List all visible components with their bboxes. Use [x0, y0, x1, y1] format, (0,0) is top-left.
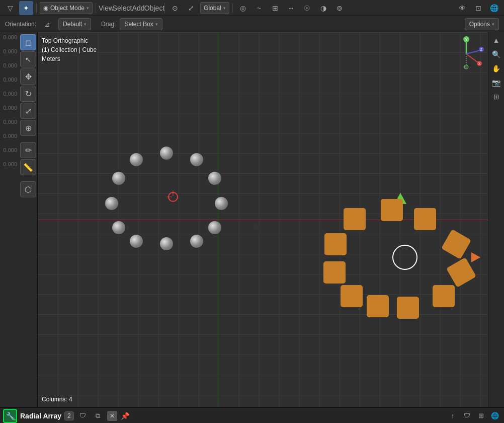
right-sidebar: ▲ 🔍 ✋ 📷 ⊞ — [488, 32, 504, 407]
overlay-icon[interactable]: ⊚ — [332, 1, 347, 15]
gizmo-icon[interactable]: 👁 — [455, 1, 469, 15]
view-menu[interactable]: View — [99, 1, 113, 15]
sphere-8 — [130, 235, 143, 248]
columns-indicator: Columns: 4 — [42, 396, 72, 403]
add-menu[interactable]: Add — [131, 1, 145, 15]
select-mode-icon[interactable]: ✦ — [19, 1, 33, 15]
snap2-icon[interactable]: ⊞ — [268, 1, 282, 15]
cursor-tool-btn[interactable]: ↖ — [20, 51, 36, 67]
proportional2-icon[interactable]: ~ — [252, 1, 266, 15]
separator-4 — [232, 3, 233, 13]
3d-viewport[interactable]: Top Orthographic (1) Collection | Cube M… — [38, 32, 488, 407]
right-icons: 👁 ⊡ 🌐 — [455, 1, 501, 15]
tile-1 — [381, 199, 403, 221]
svg-text:Z: Z — [480, 48, 483, 51]
viewport-gizmo[interactable]: Y X Z — [449, 36, 484, 72]
viewport-icon[interactable]: ⊡ — [471, 1, 485, 15]
global-label: Global — [204, 5, 221, 12]
magnify-btn[interactable]: 🔍 — [490, 48, 502, 60]
shield-icon[interactable]: 🛡 — [77, 410, 89, 422]
select-tool-btn[interactable]: ◻ — [20, 34, 36, 50]
svg-line-3 — [466, 54, 478, 62]
camera-btn[interactable]: 📷 — [490, 77, 502, 89]
orange-ring-center — [392, 245, 417, 270]
global-arrow: ▾ — [223, 6, 226, 11]
add-cube-btn[interactable]: ⬡ — [20, 181, 36, 197]
sphere-2 — [190, 153, 203, 166]
global-dropdown[interactable]: Global ▾ — [200, 2, 229, 14]
render-icon[interactable]: 🌐 — [487, 1, 501, 15]
globe2-icon[interactable]: 🌐 — [489, 410, 501, 422]
modifier-name: Radial Array — [20, 412, 61, 420]
sphere-9 — [112, 221, 125, 234]
copy-icon[interactable]: ⧉ — [92, 410, 104, 422]
snap-icon[interactable]: ⊙ — [168, 1, 182, 15]
proportional-icon[interactable]: ◎ — [236, 1, 250, 15]
toolbar-right-icons: ↑ 🛡 ⊞ 🌐 — [447, 410, 501, 422]
select-box-label: Select Box — [124, 21, 153, 28]
annotate-tool-btn[interactable]: ✏ — [20, 142, 36, 158]
top-toolbar: ▽ ✦ ◉ Object Mode ▾ View Select Add Obje… — [0, 0, 504, 16]
options-label: Options — [469, 21, 490, 28]
filter-icon[interactable]: ▽ — [3, 1, 17, 15]
tile-11 — [344, 208, 366, 230]
object-mode-dropdown[interactable]: ◉ Object Mode ▾ — [40, 2, 93, 14]
sphere-7 — [160, 237, 173, 250]
modifier-icon-btn[interactable]: 🔧 ▾ — [3, 409, 17, 423]
mode-label: Object Mode — [50, 5, 85, 12]
default-arrow: ▾ — [84, 22, 87, 27]
transform-icon[interactable]: ⤢ — [184, 1, 198, 15]
orientation-icon: ⊿ — [40, 17, 54, 31]
sphere-12 — [130, 153, 143, 166]
options-button[interactable]: Options ▾ — [465, 18, 499, 30]
mirror-icon[interactable]: ↔ — [284, 1, 298, 15]
transform-tool-btn[interactable]: ⊕ — [20, 120, 36, 136]
number-column: 0.000 0.000 0.000 0.000 0.000 0.000 0.00… — [0, 32, 19, 167]
second-toolbar: Orientation: ⊿ Default ▾ Drag: Select Bo… — [0, 16, 504, 32]
orange-ring-container — [345, 197, 465, 318]
pin-btn[interactable]: 📌 — [120, 411, 130, 421]
viewport-info: Top Orthographic (1) Collection | Cube M… — [42, 36, 97, 63]
select-box-dropdown[interactable]: Select Box ▾ — [120, 18, 162, 30]
collection-label: (1) Collection | Cube — [42, 45, 97, 54]
separator-2 — [96, 3, 96, 13]
svg-text:X: X — [478, 62, 481, 65]
modifier-dropdown-arrow: ▾ — [14, 418, 16, 422]
select-menu[interactable]: Select — [115, 1, 129, 15]
viewport-canvas[interactable]: Top Orthographic (1) Collection | Cube M… — [38, 32, 488, 407]
object-menu[interactable]: Object — [147, 1, 161, 15]
up-arrow-icon[interactable]: ↑ — [447, 410, 459, 422]
layout-icon[interactable]: ⊞ — [475, 410, 487, 422]
selectbox-arrow: ▾ — [155, 22, 158, 27]
sphere-4 — [215, 197, 228, 210]
shading-icon[interactable]: ◑ — [316, 1, 330, 15]
cursor-arrow: ◣ — [254, 219, 263, 232]
modifier-icon-symbol: 🔧 — [6, 412, 15, 420]
rotate-tool-btn[interactable]: ↻ — [20, 86, 36, 102]
grid-btn[interactable]: ⊞ — [490, 91, 502, 103]
drag-label: Drag: — [101, 21, 116, 28]
move-tool-btn[interactable]: ✥ — [20, 68, 36, 85]
close-modifier-btn[interactable]: ✕ — [107, 411, 117, 421]
mode-arrow: ▾ — [87, 6, 89, 11]
default-dropdown[interactable]: Default ▾ — [58, 18, 91, 30]
node-toolbar: 🔧 ▾ Radial Array 2 🛡 ⧉ ✕ 📌 ↑ 🛡 ⊞ 🌐 — [0, 408, 504, 423]
mode-title: Top Orthographic — [42, 36, 97, 45]
main-area: 0.000 0.000 0.000 0.000 0.000 0.000 0.00… — [0, 32, 504, 407]
scale-tool-btn[interactable]: ⤢ — [20, 103, 36, 119]
up-arrow-btn[interactable]: ▲ — [490, 34, 502, 46]
orange-ring — [345, 197, 465, 318]
sphere-11 — [112, 172, 125, 185]
tile-7 — [367, 295, 389, 317]
tool-column: ◻ ↖ ✥ ↻ ⤢ ⊕ ✏ 📏 ⬡ — [19, 32, 37, 197]
sphere-5 — [208, 221, 221, 234]
svg-point-10 — [464, 65, 468, 69]
shield2-icon[interactable]: 🛡 — [461, 410, 473, 422]
svg-line-6 — [466, 50, 480, 54]
svg-text:Y: Y — [465, 38, 468, 41]
xray-icon[interactable]: ☉ — [300, 1, 314, 15]
left-sidebar: 0.000 0.000 0.000 0.000 0.000 0.000 0.00… — [0, 32, 38, 407]
hand-btn[interactable]: ✋ — [490, 62, 502, 75]
options-arrow: ▾ — [492, 22, 494, 27]
measure-tool-btn[interactable]: 📏 — [20, 159, 36, 175]
